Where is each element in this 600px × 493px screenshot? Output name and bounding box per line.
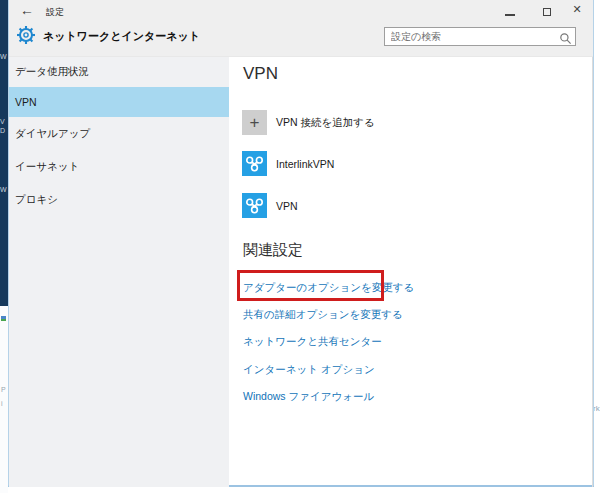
desktop-background-strip: W V D W — [0, 0, 8, 306]
background-text-fragment: i — [1, 400, 3, 407]
vpn-connection-icon[interactable] — [242, 193, 267, 218]
background-text-fragment: P — [1, 386, 6, 393]
minimize-icon — [505, 14, 515, 16]
sidebar-item-ethernet[interactable]: イーサネット — [9, 150, 229, 183]
content-edge-divider — [592, 57, 593, 487]
link-change-sharing-options[interactable]: 共有の詳細オプションを変更する — [243, 308, 403, 321]
link-network-sharing-center[interactable]: ネットワークと共有センター — [243, 335, 382, 348]
minimize-button[interactable] — [501, 4, 519, 18]
desktop-icon-label-fragment: W — [0, 53, 7, 60]
related-settings-heading: 関連設定 — [243, 240, 303, 260]
sidebar-item-data-usage[interactable]: データ使用状況 — [9, 57, 229, 87]
vpn-connection-icon[interactable] — [242, 151, 267, 176]
maximize-button[interactable] — [538, 4, 556, 18]
sidebar-item-proxy[interactable]: プロキシ — [9, 183, 229, 216]
desktop-icon-label-fragment: V — [0, 118, 5, 125]
section-heading-vpn: VPN — [243, 64, 278, 84]
annotation-highlight-box — [237, 270, 384, 301]
maximize-icon — [543, 8, 551, 16]
window-chrome: ← 設定 ✕ ネットワークと — [9, 0, 593, 57]
desktop-icon-label-fragment: W — [0, 186, 7, 193]
link-internet-options[interactable]: インターネット オプション — [243, 363, 375, 376]
background-app-icon — [1, 316, 6, 321]
link-windows-firewall[interactable]: Windows ファイアウォール — [243, 390, 374, 403]
desktop-icon-label-fragment: D — [0, 127, 5, 134]
add-vpn-label[interactable]: VPN 接続を追加する — [276, 110, 375, 135]
settings-sidebar: データ使用状況 VPN ダイヤルアップ イーサネット プロキシ — [9, 57, 229, 487]
page-title: ネットワークとインターネット — [43, 29, 200, 44]
sidebar-item-vpn-selected[interactable]: VPN — [9, 87, 229, 117]
vpn-connection-name[interactable]: VPN — [276, 193, 298, 218]
settings-search-box[interactable] — [384, 27, 576, 46]
search-input[interactable] — [385, 28, 575, 45]
back-button[interactable]: ← — [20, 2, 34, 18]
vpn-connection-name[interactable]: InterlinkVPN — [276, 151, 334, 176]
add-vpn-button[interactable]: + — [242, 110, 267, 135]
sidebar-item-dialup[interactable]: ダイヤルアップ — [9, 117, 229, 150]
settings-window: ← 設定 ✕ ネットワークと — [8, 0, 594, 487]
search-icon[interactable] — [559, 31, 572, 49]
background-text-fragment: rk — [593, 404, 600, 413]
window-title: 設定 — [46, 6, 64, 19]
gear-icon — [16, 25, 36, 45]
plus-icon: + — [250, 114, 260, 131]
close-button[interactable]: ✕ — [568, 3, 586, 18]
background-window-strip: P i — [0, 306, 8, 493]
